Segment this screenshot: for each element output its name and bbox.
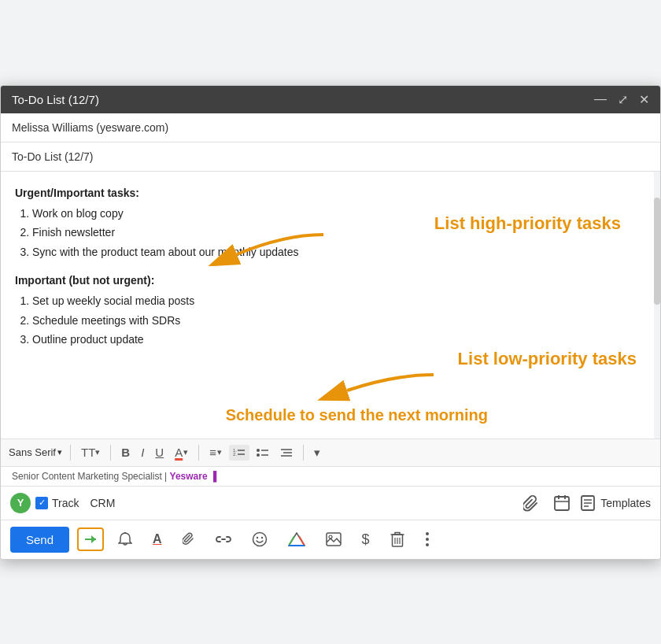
recipient-row: Melissa Williams (yesware.com) — [1, 113, 660, 142]
scrollbar-track[interactable] — [654, 172, 660, 439]
section1-heading: Urgent/Important tasks: — [15, 184, 599, 202]
svg-marker-27 — [289, 533, 305, 546]
font-button[interactable]: A — [146, 527, 168, 551]
attach-file-button[interactable] — [176, 527, 201, 552]
window-controls: — ⤢ ✕ — [594, 92, 649, 107]
schedule-button[interactable] — [548, 491, 575, 515]
subject-text: To-Do List (12/7) — [12, 150, 93, 163]
send-button[interactable]: Send — [10, 527, 69, 553]
image-icon — [326, 532, 342, 546]
svg-rect-13 — [555, 497, 569, 510]
send-later-button[interactable] — [77, 527, 104, 551]
attachment-button[interactable] — [519, 491, 544, 515]
email-compose-window: To-Do List (12/7) — ⤢ ✕ Melissa Williams… — [0, 85, 661, 560]
templates-label: Templates — [600, 497, 651, 509]
recipient-text: Melissa Williams (yesware.com) — [12, 121, 168, 134]
align-button[interactable]: ≡ ▾ — [205, 444, 226, 461]
dollar-icon: $ — [362, 531, 370, 548]
numbered-list-icon: 1. 2. — [233, 446, 246, 459]
signature-row: Senior Content Marketing Specialist | Ye… — [1, 467, 660, 487]
image-button[interactable] — [319, 527, 348, 551]
emoji-button[interactable] — [246, 527, 274, 552]
bold-button[interactable]: B — [117, 444, 134, 461]
link-icon — [216, 534, 231, 545]
section2-list: Set up weekly social media posts Schedul… — [32, 292, 599, 348]
drive-button[interactable] — [282, 527, 312, 551]
font-selector[interactable]: Sans Serif ▾ — [9, 446, 62, 458]
email-body[interactable]: Urgent/Important tasks: Work on blog cop… — [1, 172, 660, 439]
font-color-button[interactable]: A ▾ — [171, 444, 192, 461]
list-item: Set up weekly social media posts — [32, 292, 599, 309]
send-toolbar: Send A — [1, 520, 660, 559]
yesware-logo: Y — [10, 493, 31, 513]
svg-marker-22 — [91, 535, 96, 543]
font-name: Sans Serif — [9, 446, 56, 458]
formatting-toolbar: Sans Serif ▾ TT ▾ B I U A ▾ ≡ ▾ 1. — [1, 439, 660, 467]
separator — [198, 445, 199, 461]
trash-icon — [390, 531, 404, 547]
svg-point-6 — [257, 449, 260, 452]
drive-icon — [288, 532, 305, 546]
low-priority-annotation: List low-priority tasks — [458, 345, 637, 372]
templates-button[interactable]: Templates — [580, 494, 651, 512]
schedule-annotation: Schedule to send the next morning — [226, 402, 488, 427]
title-bar: To-Do List (12/7) — ⤢ ✕ — [1, 86, 660, 113]
yesware-toolbar: Y ✓ Track CRM — [1, 487, 660, 520]
link-button[interactable] — [209, 529, 238, 550]
svg-point-36 — [426, 532, 429, 535]
delete-button[interactable] — [384, 527, 411, 552]
minimize-button[interactable]: — — [594, 92, 607, 106]
window-title: To-Do List (12/7) — [12, 93, 99, 106]
bullet-list-icon — [257, 446, 269, 459]
list-item: Finish newsletter — [32, 224, 599, 241]
bullet-list-button[interactable] — [253, 445, 273, 461]
calendar-icon — [553, 494, 571, 512]
separator — [110, 445, 111, 461]
attach-icon — [183, 531, 195, 547]
low-priority-arrow — [308, 367, 449, 406]
more-options-send-button[interactable] — [419, 527, 436, 552]
list-item: Sync with the product team about our mon… — [32, 243, 599, 261]
svg-point-38 — [426, 543, 429, 546]
svg-point-26 — [260, 537, 262, 539]
list-item: Work on blog copy — [32, 205, 599, 222]
font-icon: A — [153, 532, 162, 546]
svg-text:2.: 2. — [233, 452, 237, 457]
emoji-icon — [252, 531, 268, 547]
italic-button[interactable]: I — [137, 444, 148, 461]
track-control[interactable]: ✓ Track — [35, 497, 79, 509]
svg-point-24 — [253, 533, 266, 546]
separator — [303, 445, 304, 461]
more-options-button[interactable]: ▾ — [310, 444, 324, 461]
font-dropdown-icon[interactable]: ▾ — [57, 447, 62, 457]
bell-icon — [118, 531, 132, 547]
numbered-list-button[interactable]: 1. 2. — [229, 445, 249, 461]
subject-row: To-Do List (12/7) — [1, 142, 660, 172]
list-item: Schedule meetings with SDRs — [32, 312, 599, 329]
close-button[interactable]: ✕ — [639, 92, 649, 107]
dollar-button[interactable]: $ — [356, 527, 376, 553]
scrollbar-thumb[interactable] — [654, 198, 660, 305]
indent-icon — [280, 446, 293, 459]
send-icon — [83, 532, 98, 546]
svg-point-25 — [256, 537, 257, 539]
svg-point-37 — [426, 538, 429, 541]
section1-list: Work on blog copy Finish newsletter Sync… — [32, 205, 599, 261]
underline-button[interactable]: U — [151, 444, 168, 461]
font-size-button[interactable]: TT ▾ — [77, 444, 104, 461]
track-checkbox[interactable]: ✓ — [35, 497, 48, 509]
svg-rect-30 — [327, 533, 341, 546]
section2-heading: Important (but not urgent): — [15, 272, 599, 289]
svg-point-8 — [257, 453, 260, 457]
remind-button[interactable] — [112, 527, 138, 552]
separator — [70, 445, 71, 461]
crm-label[interactable]: CRM — [90, 497, 115, 509]
track-label: Track — [52, 497, 79, 509]
list-item: Outline product update — [32, 331, 599, 348]
paperclip-icon — [523, 494, 539, 512]
more-vert-icon — [425, 531, 430, 547]
maximize-button[interactable]: ⤢ — [618, 92, 628, 107]
templates-icon — [580, 494, 596, 512]
indent-button[interactable] — [276, 445, 297, 461]
